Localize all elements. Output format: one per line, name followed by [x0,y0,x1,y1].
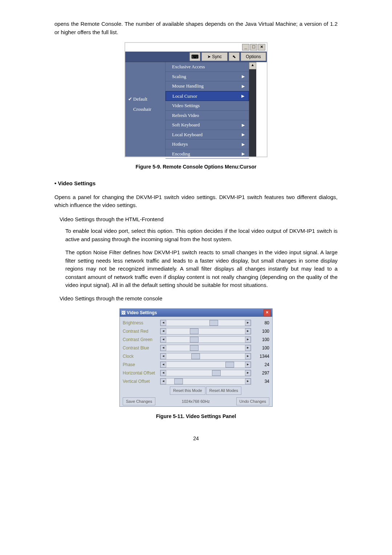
value-vertical-offset: 34 [253,378,269,385]
menu-item-encoding[interactable]: Encoding ▶ [166,149,249,159]
label-horizontal-offset: Horizontal Offset [123,370,160,376]
sub-heading-remote-console: Video Settings through the remote consol… [60,295,338,303]
submenu-item-crosshair[interactable]: Crosshair [125,104,165,114]
figure-1-caption: Figure 5-9. Remote Console Options Menu:… [54,163,338,171]
slider-contrast-green[interactable]: ◄ ► [160,336,251,343]
slider-thumb[interactable] [225,362,234,368]
video-settings-window: 🖼 Video Settings × Brightness ◄ ► 80 Con… [119,308,273,407]
scroll-up-icon[interactable]: ▲ [249,62,256,69]
chevron-right-icon[interactable]: ► [245,353,251,359]
submenu-crosshair-label: Crosshair [133,106,151,113]
reset-all-modes-button[interactable]: Reset All Modes [206,386,241,395]
value-contrast-green: 100 [253,336,269,343]
value-brightness: 80 [253,320,269,326]
chevron-right-icon: ▶ [242,83,245,89]
reset-this-mode-button[interactable]: Reset this Mode [170,386,205,395]
label-brightness: Brightness [123,320,160,326]
chevron-right-icon: ▶ [242,131,245,138]
value-phase: 24 [253,361,269,368]
row-vertical-offset: Vertical Offset ◄ ► 34 [123,377,269,385]
chevron-right-icon[interactable]: ► [245,345,251,351]
label-phase: Phase [123,361,160,368]
chevron-right-icon: ▶ [242,151,245,157]
slider-thumb[interactable] [190,337,199,343]
chevron-left-icon[interactable]: ◄ [160,353,166,359]
slider-phase[interactable]: ◄ ► [160,361,251,368]
label-contrast-green: Contrast Green [123,336,160,343]
chevron-right-icon: ▶ [242,141,245,147]
menu-item-refresh-video[interactable]: Refresh Video [166,111,249,121]
titlebar: 🖼 Video Settings × [120,309,272,317]
cursor-submenu: ✔ Default Crosshair [125,62,165,157]
menu-item-scaling[interactable]: Scaling ▶ [166,72,249,82]
chevron-left-icon[interactable]: ◄ [160,320,166,326]
chevron-right-icon[interactable]: ► [245,362,251,368]
footer: Save Changes 1024x768 60Hz Undo Changes [123,396,269,406]
chevron-left-icon[interactable]: ◄ [160,328,166,334]
menu-item-exclusive-access[interactable]: Exclusive Access [166,62,249,72]
slider-contrast-blue[interactable]: ◄ ► [160,345,251,351]
menu-item-hotkeys[interactable]: Hotkeys ▶ [166,139,249,149]
menu-item-local-cursor[interactable]: Local Cursor ▶ [166,91,249,101]
menu-body: ✔ Default Crosshair Exclusive Access Sca… [125,62,267,157]
options-button[interactable]: Options [241,52,266,61]
label-contrast-blue: Contrast Blue [123,345,160,351]
chevron-left-icon[interactable]: ◄ [160,345,166,351]
value-contrast-blue: 100 [253,345,269,351]
slider-thumb[interactable] [191,353,200,359]
menu-item-video-settings[interactable]: Video Settings [166,101,249,111]
sync-button[interactable]: ➤ Sync [201,52,228,61]
value-horizontal-offset: 297 [253,370,269,376]
window-title: Video Settings [127,310,157,315]
minimize-icon[interactable]: _ [242,44,249,50]
maximize-icon[interactable]: □ [250,44,257,50]
chevron-right-icon[interactable]: ► [245,378,251,384]
slider-thumb[interactable] [174,378,183,384]
slider-thumb[interactable] [209,320,218,326]
slider-contrast-red[interactable]: ◄ ► [160,328,251,335]
scrollbar[interactable]: ▲ [249,62,256,157]
keyboard-icon[interactable]: ⌨ [189,52,200,61]
submenu-default-label: Default [133,96,147,103]
top-paragraph: opens the Remote Console. The number of … [54,20,338,36]
undo-changes-button[interactable]: Undo Changes [236,397,269,406]
app-icon: 🖼 [121,310,126,315]
chevron-right-icon[interactable]: ► [245,370,251,376]
panel-body: Brightness ◄ ► 80 Contrast Red ◄ ► 100 C [120,317,272,406]
close-icon[interactable]: × [258,44,265,50]
figure-1-container: _ □ × ⌨ ➤ Sync ⬉ Options ✔ Default [54,42,338,157]
menu-item-mouse-handling[interactable]: Mouse Handling ▶ [166,81,249,91]
slider-thumb[interactable] [212,370,221,376]
save-changes-button[interactable]: Save Changes [123,397,155,406]
row-horizontal-offset: Horizontal Offset ◄ ► 297 [123,369,269,377]
row-contrast-blue: Contrast Blue ◄ ► 100 [123,344,269,352]
cursor-icon[interactable]: ⬉ [229,52,240,61]
menu-item-local-keyboard[interactable]: Local Keyboard ▶ [166,130,249,140]
menu-item-soft-keyboard[interactable]: Soft Keyboard ▶ [166,120,249,130]
chevron-right-icon[interactable]: ► [245,337,251,343]
chevron-right-icon[interactable]: ► [245,320,251,326]
chevron-left-icon[interactable]: ◄ [160,337,166,343]
row-brightness: Brightness ◄ ► 80 [123,319,269,327]
chevron-right-icon[interactable]: ► [245,328,251,334]
row-phase: Phase ◄ ► 24 [123,361,269,369]
titlebar: _ □ × [125,43,267,52]
chevron-left-icon[interactable]: ◄ [160,378,166,384]
slider-thumb[interactable] [190,328,199,334]
slider-vertical-offset[interactable]: ◄ ► [160,378,251,385]
chevron-left-icon[interactable]: ◄ [160,370,166,376]
slider-brightness[interactable]: ◄ ► [160,320,251,326]
slider-horizontal-offset[interactable]: ◄ ► [160,370,251,376]
label-vertical-offset: Vertical Offset [123,378,160,385]
submenu-item-default[interactable]: ✔ Default [125,94,165,104]
sync-label: Sync [212,53,222,60]
check-icon: ✔ [128,96,133,103]
chevron-right-icon: ▶ [242,122,245,128]
chevron-right-icon: ▶ [242,73,245,80]
close-icon[interactable]: × [264,309,271,316]
slider-clock[interactable]: ◄ ► [160,353,251,360]
slider-thumb[interactable] [190,345,199,351]
chevron-left-icon[interactable]: ◄ [160,362,166,368]
options-label: Options [246,53,261,60]
row-clock: Clock ◄ ► 1344 [123,352,269,360]
